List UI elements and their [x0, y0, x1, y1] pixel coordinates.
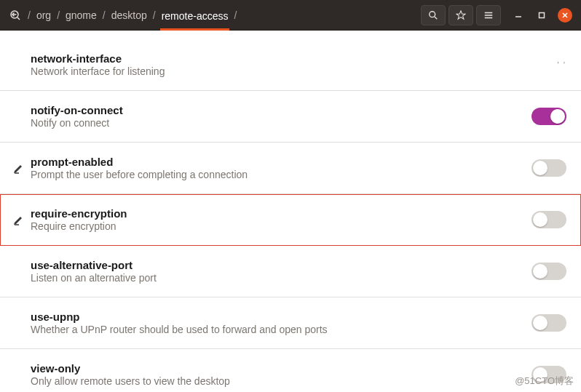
setting-row-network-interface[interactable]: network-interface Network interface for … [0, 31, 581, 91]
toggle-knob [550, 109, 565, 124]
svg-rect-10 [540, 12, 545, 17]
back-icon[interactable] [7, 7, 23, 23]
close-button[interactable] [558, 8, 572, 23]
breadcrumb-seg-desktop[interactable]: desktop [110, 8, 149, 23]
toggle-switch[interactable] [531, 108, 566, 125]
row-texts: network-interface Network interface for … [29, 52, 557, 77]
breadcrumb-seg-gnome[interactable]: gnome [64, 8, 98, 23]
header-actions [421, 5, 575, 25]
pencil-icon [9, 161, 29, 175]
setting-key: view-only [31, 362, 531, 375]
toggle-switch[interactable] [531, 314, 566, 332]
row-texts: prompt-enabled Prompt the user before co… [29, 156, 531, 180]
setting-row-notify-on-connect[interactable]: notify-on-connect Notify on connect [0, 91, 581, 143]
setting-key: network-interface [31, 52, 557, 65]
svg-line-4 [435, 16, 437, 18]
setting-key: use-alternative-port [31, 259, 531, 271]
pencil-icon [9, 213, 29, 226]
setting-description: Prompt the user before completing a conn… [31, 169, 531, 180]
row-texts: use-upnp Whether a UPnP router should be… [29, 311, 531, 335]
toggle-knob [533, 212, 548, 227]
breadcrumb-seg-remote-access[interactable]: remote-access [160, 9, 230, 31]
svg-point-3 [430, 11, 435, 17]
row-action [531, 263, 566, 280]
setting-key: notify-on-connect [31, 104, 531, 116]
toggle-knob [533, 161, 548, 175]
setting-key: require-encryption [31, 207, 531, 220]
setting-description: Listen on an alternative port [31, 272, 531, 284]
setting-description: Notify on connect [31, 117, 531, 129]
setting-key: prompt-enabled [31, 156, 531, 168]
setting-description: Whether a UPnP router should be used to … [31, 324, 531, 335]
breadcrumb-separator: / [150, 9, 159, 21]
setting-description: Require encryption [31, 220, 531, 232]
setting-value-preview: ' ' [557, 61, 566, 69]
svg-marker-5 [456, 10, 465, 18]
svg-line-1 [17, 17, 20, 20]
bookmark-button[interactable] [448, 5, 473, 25]
watermark-text: @51CTO博客 [515, 375, 574, 388]
maximize-button[interactable] [534, 8, 549, 23]
settings-list: network-interface Network interface for … [0, 31, 581, 392]
breadcrumb-seg-org[interactable]: org [35, 8, 52, 23]
breadcrumb: / org / gnome / desktop / remote-access … [6, 7, 416, 23]
setting-description: Network interface for listening [31, 65, 557, 77]
headerbar: / org / gnome / desktop / remote-access … [0, 0, 581, 31]
row-texts: require-encryption Require encryption [29, 207, 531, 232]
toggle-knob [533, 316, 548, 330]
setting-row-prompt-enabled[interactable]: prompt-enabled Prompt the user before co… [0, 143, 581, 194]
toggle-switch[interactable] [531, 211, 566, 228]
row-action [531, 314, 566, 332]
setting-row-use-upnp[interactable]: use-upnp Whether a UPnP router should be… [0, 297, 581, 349]
toggle-switch[interactable] [531, 263, 566, 280]
breadcrumb-separator: / [100, 9, 108, 21]
setting-key: use-upnp [31, 311, 531, 323]
minimize-button[interactable] [511, 8, 526, 23]
setting-description: Only allow remote users to view the desk… [31, 375, 531, 387]
row-texts: use-alternative-port Listen on an altern… [29, 259, 531, 284]
setting-row-require-encryption[interactable]: require-encryption Require encryption [0, 194, 581, 246]
search-button[interactable] [421, 5, 446, 25]
toggle-knob [533, 264, 548, 279]
window-controls [511, 8, 572, 23]
row-action [531, 108, 566, 125]
breadcrumb-separator: / [25, 9, 33, 21]
toggle-switch[interactable] [531, 159, 566, 177]
menu-button[interactable] [476, 5, 501, 25]
row-texts: notify-on-connect Notify on connect [29, 104, 531, 129]
breadcrumb-separator: / [54, 9, 63, 21]
breadcrumb-separator: / [231, 9, 240, 21]
setting-row-view-only[interactable]: view-only Only allow remote users to vie… [0, 349, 581, 392]
row-action [531, 159, 566, 177]
row-action [531, 211, 566, 228]
setting-row-use-alternative-port[interactable]: use-alternative-port Listen on an altern… [0, 246, 581, 297]
row-texts: view-only Only allow remote users to vie… [29, 362, 531, 387]
